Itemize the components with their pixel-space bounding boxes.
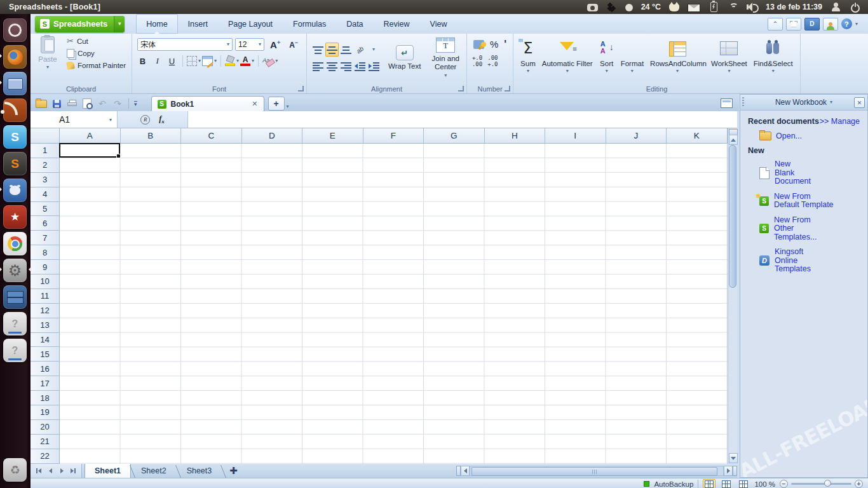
column-header[interactable]: K	[667, 128, 728, 144]
horizontal-scroll-track[interactable]	[470, 466, 724, 476]
font-size-select[interactable]: 12▾	[235, 38, 264, 51]
row-header[interactable]: 18	[31, 391, 60, 405]
ribbon-tab[interactable]: Home	[136, 14, 177, 34]
comma-format-icon[interactable]: '	[504, 42, 506, 47]
new-from-other-templates-link[interactable]: S New From Other Templates...	[759, 216, 862, 242]
horizontal-scroll-thumb[interactable]	[471, 467, 717, 476]
cells-area[interactable]	[60, 144, 728, 464]
column-header[interactable]: I	[545, 128, 606, 144]
screenshot-icon[interactable]	[587, 4, 598, 11]
kingsoft-community-icon[interactable]: D	[804, 18, 820, 30]
row-header[interactable]: 4	[31, 187, 60, 202]
row-header[interactable]: 22	[31, 449, 60, 464]
first-sheet-button[interactable]	[34, 466, 43, 475]
shrink-font-button[interactable]: A−	[286, 39, 301, 50]
zoom-in-button[interactable]: +	[855, 480, 863, 488]
number-dialog-launcher-icon[interactable]	[505, 86, 510, 92]
weather-icon[interactable]	[625, 4, 633, 11]
mail-icon[interactable]	[688, 4, 700, 12]
zoom-out-button[interactable]: −	[780, 480, 788, 488]
undo-button[interactable]: ↶	[97, 98, 108, 109]
dock-item-chrome[interactable]	[0, 231, 31, 257]
bold-button[interactable]: B	[136, 55, 149, 67]
row-header[interactable]: 1	[31, 144, 60, 158]
help-icon[interactable]: ?	[841, 18, 852, 29]
editing-caret-icon[interactable]: ▾	[566, 69, 569, 74]
editing-caret-icon[interactable]: ▾	[631, 69, 634, 74]
paste-caret-icon[interactable]: ▾	[46, 65, 49, 70]
vertical-scrollbar[interactable]	[728, 128, 737, 464]
print-button[interactable]	[66, 98, 78, 109]
row-header[interactable]: 7	[31, 231, 60, 245]
ribbon-tab[interactable]: Formulas	[283, 14, 336, 34]
align-center-button[interactable]	[325, 59, 339, 73]
fill-color-icon[interactable]	[225, 56, 235, 66]
editing-caret-icon[interactable]: ▾	[772, 69, 775, 74]
cell-style-caret-icon[interactable]: ▾	[214, 58, 217, 64]
formula-input[interactable]	[188, 111, 737, 128]
custom-view-button[interactable]	[737, 479, 750, 488]
underline-button[interactable]: U	[165, 55, 179, 67]
join-and-center-button[interactable]: T Join and Center ▾	[428, 36, 462, 79]
cut-button[interactable]: ✂ Cut	[65, 36, 128, 46]
rows-and-column-button[interactable]: RowsAndColumn ▾	[647, 36, 708, 74]
column-header[interactable]: C	[181, 128, 242, 144]
close-document-icon[interactable]: ✕	[252, 100, 257, 108]
increase-decimal-button[interactable]: +.0 .00	[472, 55, 482, 67]
column-header[interactable]: B	[121, 128, 182, 144]
clear-formatting-caret-icon[interactable]: ▾	[275, 58, 278, 64]
ribbon-tab[interactable]: Review	[374, 14, 420, 34]
redo-button[interactable]: ↷	[112, 98, 123, 109]
dock-item-rss-reader[interactable]	[0, 98, 31, 123]
increase-indent-button[interactable]	[367, 59, 381, 73]
dock-item-skype[interactable]: S	[0, 125, 31, 150]
decrease-decimal-button[interactable]: .00 +.0	[487, 55, 498, 67]
dropbox-icon[interactable]	[606, 3, 617, 12]
row-header[interactable]: 9	[31, 260, 60, 274]
toolbar-options-icon[interactable]: ▾	[134, 101, 137, 107]
scroll-left-button[interactable]	[461, 466, 470, 476]
dock-item-spreadsheets[interactable]: ⚙	[0, 258, 31, 283]
arrange-windows-icon[interactable]	[721, 98, 733, 108]
dock-item-grid-app[interactable]	[0, 285, 31, 310]
row-header[interactable]: 5	[31, 202, 60, 217]
row-header[interactable]: 21	[31, 435, 60, 449]
dock-app-icon[interactable]	[3, 179, 27, 202]
account-icon[interactable]	[823, 18, 838, 30]
dock-item-unknown-2[interactable]: ?	[0, 338, 31, 363]
dock-app-icon[interactable]: ?	[3, 339, 27, 362]
horizontal-split-handle-2[interactable]	[733, 466, 737, 476]
sort-button[interactable]: Sort ▾	[596, 36, 618, 74]
clear-formatting-icon[interactable]: Aa	[262, 56, 274, 66]
decrease-indent-button[interactable]	[353, 59, 367, 73]
normal-view-button[interactable]	[703, 479, 715, 488]
row-header[interactable]: 8	[31, 245, 60, 260]
collapse-ribbon-icon[interactable]: ⌃	[768, 18, 783, 30]
dock-app-icon[interactable]: S	[3, 125, 27, 149]
alignment-dialog-launcher-icon[interactable]	[458, 86, 464, 92]
previous-sheet-button[interactable]	[46, 466, 55, 475]
dock-item-media-app[interactable]	[0, 178, 31, 203]
row-header[interactable]: 17	[31, 376, 60, 391]
borders-caret-icon[interactable]: ▾	[198, 58, 201, 64]
application-menu-button[interactable]: S Spreadsheets ▼	[35, 16, 125, 32]
scroll-down-button[interactable]	[729, 453, 738, 463]
italic-button[interactable]: I	[151, 55, 164, 67]
automatic-filter-button[interactable]: Automatic Filter ▾	[539, 36, 596, 74]
page-break-view-button[interactable]	[720, 479, 733, 488]
name-box[interactable]: A1 ▾	[31, 111, 118, 128]
row-header[interactable]: 15	[31, 347, 60, 362]
row-header[interactable]: 14	[31, 333, 60, 348]
autobackup-label[interactable]: AutoBackup	[654, 480, 693, 488]
editing-caret-icon[interactable]: ▾	[527, 69, 529, 74]
sheet-tab[interactable]: Sheet2	[131, 464, 177, 478]
percent-format-icon[interactable]: %	[490, 39, 498, 50]
column-header[interactable]: J	[606, 128, 667, 144]
dock-item-wunderlist[interactable]: ★	[0, 205, 31, 230]
insert-function-icon[interactable]: fx	[159, 114, 165, 125]
font-color-caret-icon[interactable]: ▾	[252, 58, 254, 64]
task-pane-title-button[interactable]: New Workbook ▾	[775, 98, 832, 107]
dock-item-trash[interactable]: ♻	[0, 458, 31, 483]
column-header[interactable]: H	[485, 128, 546, 144]
dock-app-icon[interactable]: ⚙	[3, 259, 27, 282]
